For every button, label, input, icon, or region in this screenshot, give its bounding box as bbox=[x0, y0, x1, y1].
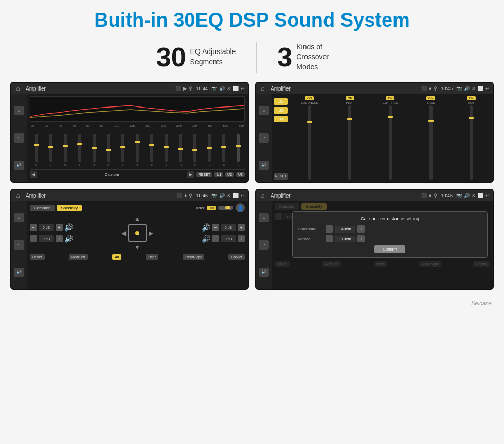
sidebar-btn-4b[interactable]: 〰 bbox=[259, 240, 269, 250]
user-btn[interactable]: User bbox=[146, 254, 158, 260]
home-icon-1[interactable]: ⌂ bbox=[14, 85, 22, 92]
all-btn[interactable]: All bbox=[112, 254, 121, 260]
eq-u3-btn[interactable]: U3 bbox=[236, 172, 245, 177]
eq-preset-label: Custom bbox=[39, 172, 185, 177]
freq-80: 80 bbox=[100, 124, 104, 127]
slider-col-13[interactable]: 0 bbox=[218, 134, 230, 166]
fader-tab-specialty[interactable]: Specialty bbox=[57, 205, 81, 211]
eq-u1-btn[interactable]: U1 bbox=[214, 172, 223, 177]
close-icon-3[interactable]: ✕ bbox=[227, 193, 231, 198]
close-icon-2[interactable]: ✕ bbox=[472, 86, 476, 91]
back-icon-4[interactable]: ↩ bbox=[485, 193, 490, 198]
right-front-minus[interactable]: − bbox=[212, 224, 219, 231]
band-phat-on[interactable]: ON bbox=[346, 96, 354, 100]
distance-confirm-btn[interactable]: Confirm bbox=[374, 245, 405, 253]
band-cutfreq-slider[interactable] bbox=[389, 105, 392, 180]
left-rear-plus[interactable]: + bbox=[56, 235, 63, 242]
back-icon-1[interactable]: ↩ bbox=[241, 86, 245, 91]
cross-up-arrow[interactable]: ▲ bbox=[134, 215, 140, 222]
vertical-row: Vertical − 110cm + bbox=[298, 235, 482, 242]
slider-col-7[interactable]: 0 bbox=[131, 134, 143, 166]
sidebar-btn-3c[interactable]: 🔊 bbox=[14, 268, 24, 277]
window-icon-1[interactable]: ⬜ bbox=[233, 86, 239, 91]
fader-bottom: Driver RearLeft All User RearRight Copil… bbox=[30, 254, 245, 260]
band-phat-slider[interactable] bbox=[348, 105, 351, 180]
rearleft-btn[interactable]: RearLeft bbox=[69, 254, 88, 260]
left-front-plus[interactable]: + bbox=[56, 224, 63, 231]
eq-main: 25 32 40 50 63 80 100 125 160 200 250 32… bbox=[27, 94, 248, 182]
slider-col-10[interactable]: -1 bbox=[174, 134, 187, 166]
band-loudness-slider[interactable] bbox=[308, 105, 311, 180]
back-icon-3[interactable]: ↩ bbox=[241, 193, 245, 198]
sidebar-btn-3b[interactable]: 〰 bbox=[14, 240, 24, 250]
slider-col-14[interactable]: 0 bbox=[232, 134, 245, 166]
status-bar-3: ⌂ Amplifier ⬛ ● ⚲ 10:46 📷 🔊 ✕ ⬜ ↩ bbox=[11, 190, 248, 201]
left-front-minus[interactable]: − bbox=[30, 224, 37, 231]
rearright-btn[interactable]: RearRight bbox=[183, 254, 204, 260]
preset-reset[interactable]: RESET bbox=[274, 173, 288, 180]
slider-col-8[interactable]: 0 bbox=[146, 134, 158, 166]
fader-on-badge[interactable]: ON bbox=[207, 206, 217, 210]
vertical-minus[interactable]: − bbox=[326, 235, 333, 242]
preset-u1[interactable]: U1 bbox=[274, 98, 288, 105]
right-rear-minus[interactable]: − bbox=[212, 235, 219, 242]
home-icon-2[interactable]: ⌂ bbox=[259, 85, 266, 92]
sidebar-btn-1a[interactable]: ≡ bbox=[14, 106, 24, 115]
band-cutfreq-on[interactable]: ON bbox=[386, 96, 394, 100]
preset-u2[interactable]: U2 bbox=[274, 107, 288, 114]
sidebar-btn-2b[interactable]: 〰 bbox=[259, 133, 269, 143]
home-icon-3[interactable]: ⌂ bbox=[14, 192, 22, 199]
right-front-plus[interactable]: + bbox=[238, 224, 245, 231]
vertical-plus[interactable]: + bbox=[357, 235, 365, 242]
eq-u2-btn[interactable]: U2 bbox=[225, 172, 234, 177]
horizontal-minus[interactable]: − bbox=[326, 225, 333, 233]
right-rear-plus[interactable]: + bbox=[238, 235, 245, 242]
band-sub-on[interactable]: ON bbox=[467, 96, 476, 100]
sidebar-btn-2c[interactable]: 🔊 bbox=[259, 161, 269, 170]
band-bass-on[interactable]: ON bbox=[426, 96, 435, 100]
slider-col-3[interactable]: 5 bbox=[73, 134, 86, 166]
horizontal-plus[interactable]: + bbox=[357, 225, 365, 233]
copilot-btn[interactable]: Copilot bbox=[228, 254, 245, 260]
close-icon-1[interactable]: ✕ bbox=[227, 86, 231, 91]
slider-col-5[interactable]: 0 bbox=[102, 134, 115, 166]
slider-col-4[interactable]: 0 bbox=[87, 134, 100, 166]
cross-right-arrow[interactable]: ▶ bbox=[149, 229, 153, 237]
volume-icon-2: 🔊 bbox=[464, 86, 470, 91]
left-rear-minus[interactable]: − bbox=[30, 235, 37, 242]
slider-col-9[interactable]: 0 bbox=[160, 134, 173, 166]
record-icon-4: ⬛ bbox=[421, 193, 427, 198]
eq-prev-btn[interactable]: ◀ bbox=[30, 171, 37, 178]
window-icon-4[interactable]: ⬜ bbox=[478, 193, 483, 198]
sidebar-btn-1b[interactable]: 〰 bbox=[14, 133, 24, 143]
home-icon-4[interactable]: ⌂ bbox=[259, 192, 266, 199]
back-icon-2[interactable]: ↩ bbox=[485, 86, 490, 91]
slider-col-6[interactable]: 0 bbox=[116, 134, 129, 166]
close-icon-4[interactable]: ✕ bbox=[472, 193, 476, 198]
stat-eq: 30 EQ AdjustableSegments bbox=[136, 44, 257, 70]
preset-u3[interactable]: U3 bbox=[274, 116, 288, 122]
sidebar-btn-1c[interactable]: 🔊 bbox=[14, 161, 24, 170]
fader-tab-common[interactable]: Common bbox=[30, 205, 55, 211]
window-icon-3[interactable]: ⬜ bbox=[233, 193, 239, 198]
slider-col-12[interactable]: -1 bbox=[203, 134, 216, 166]
driver-btn[interactable]: Driver bbox=[30, 254, 45, 260]
sidebar-btn-4a[interactable]: ≡ bbox=[259, 213, 269, 222]
slider-col-2[interactable]: 0 bbox=[59, 134, 71, 166]
sidebar-btn-2a[interactable]: ≡ bbox=[259, 106, 269, 115]
cross-down-arrow[interactable]: ▼ bbox=[134, 244, 140, 251]
window-icon-2[interactable]: ⬜ bbox=[478, 86, 483, 91]
slider-col-1[interactable]: 0 bbox=[44, 134, 57, 166]
cross-left-arrow[interactable]: ◀ bbox=[121, 229, 126, 237]
eq-next-btn[interactable]: ▶ bbox=[187, 171, 194, 178]
band-sub-slider[interactable] bbox=[470, 105, 473, 180]
sidebar-btn-3a[interactable]: ≡ bbox=[14, 213, 24, 222]
slider-col-0[interactable]: 0 bbox=[30, 134, 43, 166]
distance-bg-specialty: Specialty bbox=[301, 203, 326, 210]
band-bass-slider[interactable] bbox=[429, 105, 433, 180]
band-loudness-on[interactable]: ON bbox=[305, 96, 314, 100]
eq-reset-btn[interactable]: RESET bbox=[196, 172, 212, 177]
sidebar-btn-4c[interactable]: 🔊 bbox=[259, 268, 269, 277]
slider-col-11[interactable]: 0 bbox=[189, 134, 202, 166]
band-phat: ON PHAT bbox=[331, 96, 370, 180]
